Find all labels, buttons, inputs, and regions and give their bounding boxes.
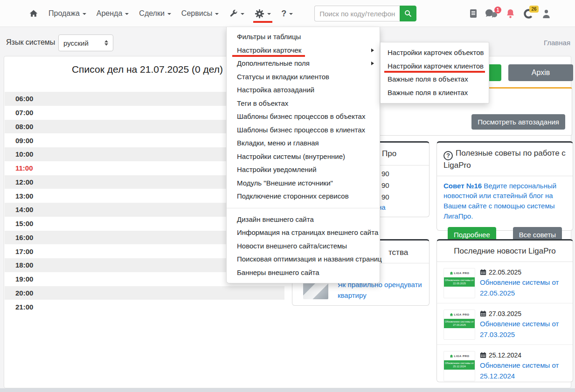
menu-item-site-design[interactable]: Дизайн внешнего сайта [227, 213, 380, 227]
tips-panel-title: Полезные советы по работе с LigaPro [443, 149, 566, 170]
nav-menu-services[interactable]: Сервисы [181, 0, 219, 27]
tip-text: Совет №16 Ведите персональный новостной … [437, 176, 573, 221]
home-icon [29, 9, 38, 18]
news-link[interactable]: Обновление системы от 25.12.2024 [480, 360, 564, 381]
notifications-button[interactable] [506, 8, 515, 19]
page-bottom-strip [0, 388, 575, 392]
chevron-down-icon [241, 13, 244, 15]
nav-menu-sales[interactable]: Продажа [48, 0, 86, 27]
menu-item-card-settings[interactable]: Настройки карточек [227, 44, 380, 57]
knowledge-base-button[interactable] [470, 9, 477, 18]
time-label: 11:00 [15, 164, 33, 172]
time-label: 09:00 [15, 137, 33, 144]
tools-menu-button[interactable] [229, 0, 244, 27]
menu-item-site-news[interactable]: Новости внешнего сайта/системы [227, 240, 380, 253]
language-select[interactable]: русский [58, 34, 113, 51]
submenu-arrow-icon [371, 48, 374, 52]
news-body: 22.05.2025 Обновление системы от 22.05.2… [480, 268, 566, 298]
news-thumbnail[interactable]: LIGA PRO Обновление системы от 25.12.202… [443, 351, 475, 381]
language-label: Язык системы [6, 38, 55, 47]
menu-item-extra-fields[interactable]: Дополнительные поля [227, 57, 380, 70]
active-menu-underline [253, 21, 272, 23]
tips-panel: ?Полезные советы по работе с LigaPro Сов… [436, 141, 573, 231]
ligapro-brand-text: LIGA PRO [454, 313, 470, 316]
home-button[interactable] [29, 0, 38, 27]
messages-button[interactable]: 1 [485, 9, 498, 19]
chevron-down-icon [267, 13, 271, 15]
news-thumbnail[interactable]: LIGA PRO Обновление системы от 27.03.202… [443, 309, 475, 340]
settings-dropdown-menu: Фильтры и таблицы Настройки карточек Доп… [226, 27, 380, 283]
menu-item-seo[interactable]: Поисковая оптимизация и названия страниц [227, 253, 380, 266]
messages-badge: 1 [494, 7, 501, 14]
menu-item-notification-settings[interactable]: Настройки уведомлений [227, 163, 380, 177]
archive-button[interactable]: Архів [508, 64, 573, 81]
menu-item-autotasks-settings[interactable]: Настройка автозаданий [227, 83, 380, 97]
search-icon [404, 9, 412, 18]
wrench-icon [229, 9, 238, 18]
news-panel-title: Последние новости LigaPro [437, 241, 573, 262]
chevron-down-icon [125, 13, 129, 15]
time-label: 19:00 [15, 275, 33, 283]
time-label: 20:00 [15, 289, 33, 297]
nav-menu-rent-label: Аренда [97, 9, 123, 18]
news-link[interactable]: Обновление системы от 27.03.2025 [480, 319, 564, 340]
calendar-icon [480, 310, 486, 317]
nav-menu-services-label: Сервисы [181, 9, 212, 18]
menu-divider [227, 208, 380, 208]
submenu-item-client-cards[interactable]: Настройки карточек клиентов [381, 60, 489, 73]
select-arrows-icon [104, 40, 108, 46]
phone-fragment: 90 [381, 193, 389, 201]
news-thumb-caption: Обновление системы от 22.05.2025 [444, 277, 475, 287]
submenu-item-important-fields-clients[interactable]: Важные поля в клиентах [381, 86, 489, 100]
search-box [314, 6, 416, 21]
news-date: 22.05.2025 [480, 268, 566, 276]
time-label: 21:00 [15, 303, 33, 311]
ligapro-brand-text: LIGA PRO [454, 355, 470, 358]
news-body: 27.03.2025 Обновление системы от 27.03.2… [480, 309, 566, 340]
news-link[interactable]: Обновление системы от 22.05.2025 [480, 277, 564, 298]
todo-row[interactable]: 21:00 [5, 300, 284, 314]
ligapro-logo: LIGA PRO [444, 310, 475, 319]
menu-item-site-pages-info[interactable]: Информация на страницах внешнего сайта [227, 226, 380, 240]
time-label: 16:00 [15, 234, 33, 241]
breadcrumb: Главная [544, 39, 570, 47]
balance-button[interactable]: 26 [523, 8, 534, 19]
menu-item-filters-tables[interactable]: Фильтры и таблицы [227, 30, 380, 44]
nav-menu-deals[interactable]: Сделки [139, 0, 171, 27]
nav-menu-sales-label: Продажа [48, 9, 80, 18]
settings-menu-button[interactable] [255, 0, 271, 27]
menu-item-bp-templates-objects[interactable]: Шаблоны бизнес процессов в объектах [227, 110, 380, 124]
submenu-item-important-fields-objects[interactable]: Важные поля в объектах [381, 73, 489, 86]
search-input[interactable] [314, 6, 400, 21]
menu-item-client-statuses[interactable]: Статусы и вкладки клиентов [227, 70, 380, 84]
menu-item-third-party-services[interactable]: Подключение сторонних сервисов [227, 190, 380, 203]
submenu-item-object-cards[interactable]: Настройки карточек объектов [381, 46, 489, 60]
news-thumbnail[interactable]: LIGA PRO Обновление системы от 22.05.202… [443, 268, 475, 298]
todo-row[interactable]: 20:00 [5, 286, 284, 300]
view-autotasks-button[interactable]: Посмотреть автозадания [471, 114, 565, 130]
help-menu-button[interactable]: ? [281, 0, 293, 27]
ligapro-brand-text: LIGA PRO [454, 272, 470, 275]
time-label: 06:00 [15, 95, 33, 103]
submenu-arrow-icon [371, 62, 374, 65]
news-date: 27.03.2025 [480, 310, 566, 317]
bell-icon [506, 8, 515, 19]
time-label: 14:00 [15, 206, 33, 213]
menu-item-bp-templates-clients[interactable]: Шаблоны бизнес процессов в клиентах [227, 124, 380, 137]
ligapro-logo: LIGA PRO [444, 268, 475, 277]
menu-item-object-tags[interactable]: Теги в объектах [227, 97, 380, 110]
menu-item-external-sources[interactable]: Модуль "Внешние источники" [227, 177, 380, 190]
menu-item-tabs-menu-home[interactable]: Вкладки, меню и главная [227, 137, 380, 150]
gear-icon [255, 9, 264, 19]
nav-menu-rent[interactable]: Аренда [97, 0, 129, 27]
profile-button[interactable] [542, 9, 551, 19]
calendar-icon [480, 269, 486, 275]
cards-settings-submenu: Настройки карточек объектов Настройки ка… [380, 42, 489, 103]
news-panel: Последние новости LigaPro LIGA PRO Обнов… [436, 239, 573, 382]
menu-item-site-banners[interactable]: Баннеры внешнего сайта [227, 266, 380, 280]
news-item: LIGA PRO Обновление системы от 25.12.202… [437, 344, 573, 386]
menu-item-system-settings[interactable]: Настройки системы (внутренние) [227, 150, 380, 164]
tips-panel-header: ?Полезные советы по работе с LigaPro [437, 143, 573, 176]
search-button[interactable] [400, 6, 416, 21]
contacts-panel-title-fragment: Про [382, 149, 396, 158]
